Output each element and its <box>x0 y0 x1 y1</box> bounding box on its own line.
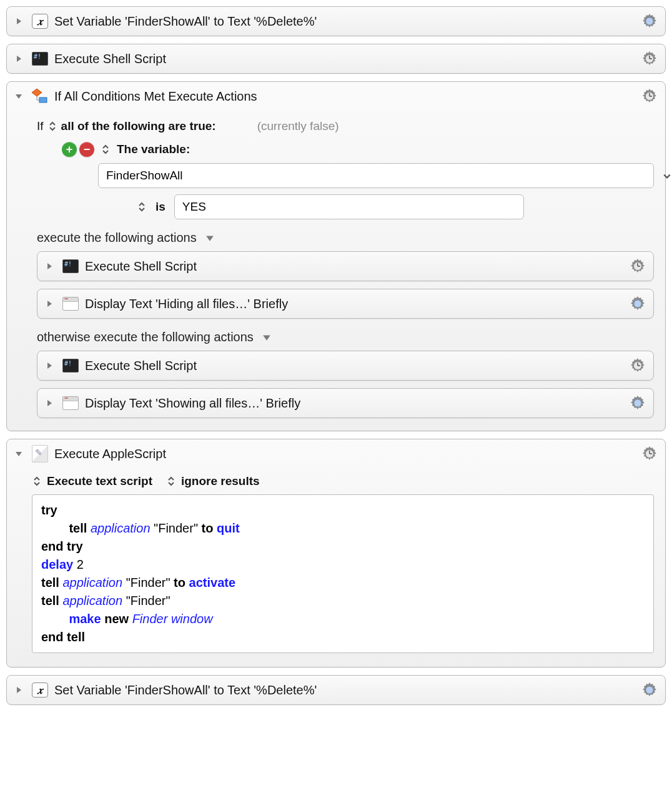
gear-icon[interactable] <box>640 12 659 31</box>
script-icon <box>31 446 49 462</box>
action-title: Execute Shell Script <box>54 52 640 66</box>
disclosure-triangle-icon[interactable] <box>13 686 24 694</box>
gear-icon[interactable] <box>640 681 659 699</box>
terminal-icon <box>61 358 80 374</box>
disclosure-triangle-icon[interactable] <box>262 334 271 341</box>
else-label: otherwise execute the following actions <box>37 330 254 344</box>
gear-icon[interactable] <box>628 294 647 313</box>
add-condition-button[interactable]: + <box>62 142 77 157</box>
action-title: Display Text 'Showing all files…' Briefl… <box>85 396 628 411</box>
quantifier-label: all of the following are true: <box>61 119 216 133</box>
action-title: Execute AppleScript <box>54 447 640 461</box>
gear-icon[interactable] <box>628 394 647 412</box>
disclosure-triangle-icon[interactable] <box>44 399 55 407</box>
script-text-area[interactable]: try tell application "Finder" to quit en… <box>32 494 654 653</box>
flowchart-icon <box>31 88 49 104</box>
action-display-text[interactable]: Display Text 'Hiding all files…' Briefly <box>37 289 654 319</box>
script-source-stepper[interactable] <box>32 476 42 486</box>
action-execute-shell[interactable]: Execute Shell Script <box>37 251 654 281</box>
disclosure-triangle-icon[interactable] <box>44 300 55 308</box>
action-execute-applescript[interactable]: Execute AppleScript Execute text script … <box>6 439 666 668</box>
quantifier-stepper[interactable] <box>47 121 57 131</box>
variable-icon: 𝑥 <box>31 682 49 698</box>
disclosure-triangle-icon[interactable] <box>44 262 55 270</box>
svg-marker-6 <box>32 89 42 96</box>
gear-clock-icon[interactable] <box>628 356 647 375</box>
window-icon <box>61 395 80 411</box>
variable-name-input[interactable] <box>98 163 654 188</box>
comparator-label: is <box>156 200 166 214</box>
comparator-stepper[interactable] <box>137 202 147 212</box>
condition-type-stepper[interactable] <box>101 144 111 154</box>
condition-status: (currently false) <box>257 119 339 133</box>
action-title: Display Text 'Hiding all files…' Briefly <box>85 297 628 311</box>
action-title: Execute Shell Script <box>85 359 628 373</box>
action-title: Execute Shell Script <box>85 259 628 274</box>
disclosure-triangle-icon[interactable] <box>44 362 55 369</box>
variable-icon: 𝑥 <box>31 13 49 29</box>
action-if-conditions[interactable]: If All Conditions Met Execute Actions If… <box>6 81 666 431</box>
window-icon <box>61 296 80 312</box>
action-display-text[interactable]: Display Text 'Showing all files…' Briefl… <box>37 388 654 418</box>
terminal-icon <box>31 51 49 67</box>
disclosure-triangle-icon[interactable] <box>13 451 24 457</box>
action-execute-shell[interactable]: Execute Shell Script <box>37 351 654 381</box>
script-source-label: Execute text script <box>47 474 152 488</box>
action-set-variable[interactable]: 𝑥 Set Variable 'FinderShowAll' to Text '… <box>6 6 666 36</box>
gear-clock-icon[interactable] <box>640 49 659 68</box>
chevron-down-icon[interactable] <box>663 169 671 182</box>
disclosure-triangle-icon[interactable] <box>205 234 214 242</box>
action-title: Set Variable 'FinderShowAll' to Text '%D… <box>54 14 640 29</box>
svg-rect-7 <box>39 98 47 102</box>
results-label: ignore results <box>181 474 260 488</box>
disclosure-triangle-icon[interactable] <box>13 18 24 25</box>
condition-type-label: The variable: <box>117 142 190 156</box>
results-stepper[interactable] <box>166 476 176 486</box>
action-execute-shell[interactable]: Execute Shell Script <box>6 44 666 74</box>
comparison-value-input[interactable] <box>174 194 524 219</box>
action-set-variable[interactable]: 𝑥 Set Variable 'FinderShowAll' to Text '… <box>6 675 666 705</box>
gear-clock-icon[interactable] <box>640 444 659 463</box>
gear-clock-icon[interactable] <box>628 257 647 276</box>
then-label: execute the following actions <box>37 231 197 245</box>
action-title: If All Conditions Met Execute Actions <box>54 89 640 104</box>
disclosure-triangle-icon[interactable] <box>13 55 24 62</box>
if-label: If <box>37 119 44 133</box>
gear-clock-icon[interactable] <box>640 87 659 106</box>
action-title: Set Variable 'FinderShowAll' to Text '%D… <box>54 683 640 698</box>
terminal-icon <box>61 258 80 274</box>
remove-condition-button[interactable]: − <box>79 142 94 157</box>
disclosure-triangle-icon[interactable] <box>13 93 24 99</box>
